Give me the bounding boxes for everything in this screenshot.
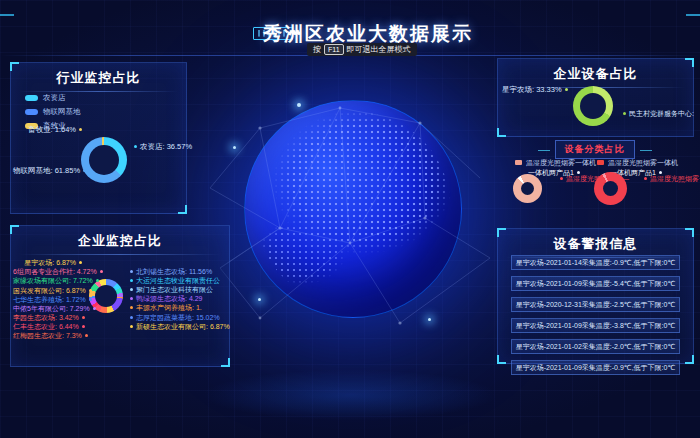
callout-dot: [100, 270, 103, 273]
callout-dot: [130, 288, 133, 291]
f11-key-badge: F11: [324, 44, 344, 55]
corner-decoration: [10, 225, 19, 234]
panel-device-ratio: 企业设备占比 星宇农场: 33.33% 民主村党群服务中心:: [497, 58, 694, 137]
legend-swatch: [25, 109, 38, 115]
chart-callout: 星宇农场: 6.87%: [13, 258, 85, 267]
section-title-badge: 设备分类占比: [555, 140, 635, 159]
dashboard: 秀洲区农业大数据展示 按 F11 即可退出全屏模式 行业监控占比 农资店 物联网…: [0, 0, 700, 438]
chart-callout: 北刘锡生态农场: 11.56%: [127, 267, 212, 276]
legend-label: 农资店: [43, 93, 66, 103]
industry-donut-chart[interactable]: [81, 137, 127, 183]
callout-dot: [565, 88, 568, 91]
chart-callout: 畜牧业: 1.64%: [25, 125, 85, 134]
callout-dot: [130, 270, 133, 273]
alarm-row: 星宇农场-2021-01-09采集温度:-3.8℃,低于下限:0℃: [511, 318, 680, 333]
callout-dot: [623, 112, 626, 115]
hint-prefix: 按: [313, 44, 321, 55]
corner-decoration: [221, 358, 230, 367]
floor-glow: [140, 355, 560, 435]
legend-label: 物联网基地: [43, 107, 81, 117]
edge-tick-right: [686, 14, 700, 16]
corner-decoration: [497, 128, 506, 137]
callout-dot: [89, 289, 92, 292]
chart-callout: 丰源水产饲养殖场: 1.: [127, 303, 202, 312]
chart-callout: 聚门生态农业科技有限公: [127, 285, 213, 294]
callout-dot: [79, 261, 82, 264]
panel-title: 设备警报信息: [498, 229, 693, 253]
section-device-classification: 设备分类占比 温湿度光照烟雾一体机 一体机两产品1 温湿度光照烟雾一— 温湿度光…: [497, 140, 692, 225]
alarm-row: 星宇农场-2021-01-02采集温度:-2.0℃,低于下限:0℃: [511, 339, 680, 354]
chart-callout: 星宇农场: 33.33%: [502, 85, 562, 94]
chart-callout: 红梅园生态农业: 7.3%: [13, 331, 85, 340]
chart-callout: 6组周各专业合作社: 4.72%: [13, 267, 85, 276]
callout-dot: [134, 145, 137, 148]
callout-dot: [96, 279, 99, 282]
callout-dot: [79, 128, 82, 131]
chart-callout: 农资店: 36.57%: [131, 142, 192, 151]
glow-particle: [233, 146, 236, 149]
panel-title: 企业设备占比: [498, 59, 693, 83]
chart-callout: 民主村党群服务中心:: [620, 109, 694, 118]
chart-callout: 鸭绿源生态农场: 4.29: [127, 294, 203, 303]
title-underline: [19, 254, 221, 255]
callout-dot: [130, 279, 133, 282]
corner-decoration: [178, 205, 187, 214]
hint-suffix: 即可退出全屏模式: [347, 44, 411, 55]
chart-callout: 国兴发有限公司: 6.87%: [13, 286, 85, 295]
alarm-list: 星宇农场-2021-01-14采集温度:-0.9℃,低于下限:0℃ 星宇农场-2…: [511, 255, 680, 381]
device-class-donut-right[interactable]: [594, 172, 627, 205]
legend-swatch[interactable]: [597, 160, 604, 165]
callout-dot: [130, 297, 133, 300]
device-ratio-donut-chart[interactable]: [573, 86, 613, 126]
chart-callout: 温湿度光照烟雾一—: [641, 174, 700, 183]
corner-decoration: [685, 58, 694, 67]
legend-label: 温湿度光照烟雾一体机: [526, 158, 596, 167]
callout-dot: [82, 316, 85, 319]
chart-callout: 物联网基地: 61.85%: [13, 166, 71, 175]
globe-dot-continents-secondary: [255, 111, 451, 307]
legend-label: 温湿度光照烟雾一体机: [608, 158, 678, 167]
corner-decoration: [685, 355, 694, 364]
alarm-row: 星宇农场-2021-01-09采集温度:-5.4℃,低于下限:0℃: [511, 276, 680, 291]
device-class-donut-left[interactable]: [513, 174, 542, 203]
legend-swatch: [25, 95, 38, 101]
chart-callout: 七华生态养殖场: 1.72%: [13, 295, 85, 304]
title-underline: [19, 91, 178, 92]
globe-visualization: [244, 100, 462, 318]
callout-dot: [130, 316, 133, 319]
panel-title: 行业监控占比: [11, 63, 186, 87]
chart-callout: 新硕生态农业有限公司: 6.87%: [127, 322, 230, 331]
alarm-row: 星宇农场-2020-12-31采集温度:-2.5℃,低于下限:0℃: [511, 297, 680, 312]
callout-dot: [130, 325, 133, 328]
corner-decoration: [685, 228, 694, 237]
chart-callout: 志厚定园蔬菜基地: 15.02%: [127, 313, 220, 322]
glow-particle: [258, 298, 261, 301]
legend-swatch[interactable]: [515, 160, 522, 165]
legend-item[interactable]: 物联网基地: [25, 107, 81, 117]
callout-dot: [130, 306, 133, 309]
corner-decoration: [497, 355, 506, 364]
alarm-row: 星宇农场-2021-01-14采集温度:-0.9℃,低于下限:0℃: [511, 255, 680, 270]
glow-particle: [297, 103, 301, 107]
fullscreen-exit-hint: 按 F11 即可退出全屏模式: [307, 43, 417, 56]
corner-decoration: [497, 228, 506, 237]
chart-callout: 大运河生态牧业有限责任公: [127, 276, 220, 285]
chart-callout: 仁丰生态农业: 6.44%: [13, 322, 85, 331]
panel-enterprise-monitor: 企业监控占比 星宇农场: 6.87% 6组周各专业合作社: 4.72% 家缘农场…: [10, 225, 230, 367]
panel-industry-monitor: 行业监控占比 农资店 物联网基地 畜牧业 畜牧业: 1.64% 农资店: 36.…: [10, 62, 187, 214]
legend-item[interactable]: 农资店: [25, 93, 81, 103]
callout-dot: [560, 177, 563, 180]
callout-dot: [82, 325, 85, 328]
chart-callout: 李园生态农场: 3.42%: [13, 313, 85, 322]
chart-callout: 家缘农场有限公司: 7.72%: [13, 276, 85, 285]
glow-particle: [428, 318, 431, 321]
edge-tick-left: [0, 14, 14, 16]
corner-decoration: [10, 62, 19, 71]
callout-dot: [93, 307, 96, 310]
alarm-row: 星宇农场-2021-01-09采集温度:-0.9℃,低于下限:0℃: [511, 360, 680, 375]
callout-dot: [89, 298, 92, 301]
panel-title: 企业监控占比: [11, 226, 229, 250]
callout-dot: [644, 177, 647, 180]
callout-dot: [85, 334, 88, 337]
panel-device-alarms: 设备警报信息 星宇农场-2021-01-14采集温度:-0.9℃,低于下限:0℃…: [497, 228, 694, 364]
